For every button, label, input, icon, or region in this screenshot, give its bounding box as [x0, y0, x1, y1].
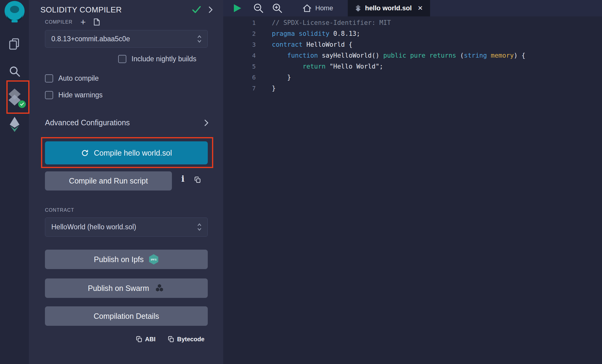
- run-script-icon[interactable]: [232, 3, 242, 13]
- code-line[interactable]: 1// SPDX-License-Identifier: MIT: [223, 17, 602, 28]
- open-compiler-file-icon[interactable]: [94, 18, 100, 26]
- files-icon: [9, 38, 20, 50]
- line-number[interactable]: 7: [223, 83, 256, 94]
- code-text: // SPDX-License-Identifier: MIT: [256, 17, 391, 28]
- search-icon[interactable]: [0, 65, 29, 77]
- chevron-right-icon: [204, 119, 209, 126]
- code-editor[interactable]: 1// SPDX-License-Identifier: MIT2pragma …: [223, 16, 602, 94]
- checkbox-label: Hide warnings: [58, 91, 103, 99]
- info-icon[interactable]: i: [181, 174, 184, 184]
- solidity-compiler-icon[interactable]: [0, 88, 29, 106]
- publish-ipfs-label: Publish on Ipfs: [94, 255, 144, 264]
- line-number[interactable]: 1: [223, 17, 256, 28]
- ethereum-icon: [9, 116, 21, 132]
- copy-script-icon[interactable]: [194, 176, 201, 183]
- bytecode-label: Bytecode: [177, 336, 204, 343]
- compile-button-label: Compile hello world.sol: [94, 149, 172, 157]
- file-explorer-icon[interactable]: [0, 38, 29, 50]
- swarm-icon: [154, 284, 165, 293]
- code-text: pragma solidity 0.8.13;: [256, 28, 360, 39]
- select-arrows-icon: [197, 223, 202, 231]
- remix-ide: SOLIDITY COMPILER COMPILER + 0.8.13+comm…: [0, 0, 602, 364]
- publish-ipfs-button[interactable]: Publish on Ipfs IPFS: [45, 250, 208, 269]
- solidity-file-icon: [355, 5, 361, 12]
- code-text: contract HelloWorld {: [256, 39, 353, 50]
- tab-label: Home: [315, 4, 333, 12]
- solidity-compiler-panel: SOLIDITY COMPILER COMPILER + 0.8.13+comm…: [29, 0, 223, 364]
- panel-collapse-chevron-icon[interactable]: [208, 6, 213, 13]
- icon-sidebar: [0, 0, 29, 364]
- code-line[interactable]: 4 function sayHelloWorld() public pure r…: [223, 50, 602, 61]
- abi-label: ABI: [145, 336, 156, 343]
- copy-bytecode-button[interactable]: Bytecode: [168, 336, 204, 343]
- code-text: return "Hello World";: [256, 61, 383, 72]
- tab-home[interactable]: Home: [295, 0, 341, 16]
- copy-abi-button[interactable]: ABI: [136, 336, 156, 343]
- add-custom-compiler-icon[interactable]: +: [80, 19, 86, 25]
- compiler-section-header: COMPILER +: [45, 18, 100, 26]
- contract-section-label: CONTRACT: [45, 207, 74, 213]
- copy-icon: [136, 336, 142, 342]
- close-tab-icon[interactable]: ✕: [418, 5, 423, 12]
- remix-logo-icon: [3, 1, 26, 23]
- code-line[interactable]: 3contract HelloWorld {: [223, 39, 602, 50]
- compiler-section-label: COMPILER: [45, 19, 73, 25]
- checkbox-label: Include nightly builds: [132, 55, 197, 63]
- contract-select[interactable]: HelloWorld (hello world.sol): [45, 217, 208, 237]
- home-icon: [303, 4, 311, 12]
- hide-warnings-checkbox[interactable]: Hide warnings: [45, 91, 103, 99]
- refresh-icon: [81, 149, 89, 157]
- publish-swarm-label: Publish on Swarm: [88, 284, 149, 293]
- compilation-details-label: Compilation Details: [94, 312, 159, 321]
- ipfs-icon: IPFS: [149, 254, 159, 265]
- line-number[interactable]: 3: [223, 39, 256, 50]
- code-line[interactable]: 2pragma solidity 0.8.13;: [223, 28, 602, 39]
- code-line[interactable]: 7}: [223, 83, 602, 94]
- contract-select-value: HelloWorld (hello world.sol): [51, 223, 136, 231]
- copy-icon: [168, 336, 174, 342]
- line-number[interactable]: 5: [223, 61, 256, 72]
- code-lines: 1// SPDX-License-Identifier: MIT2pragma …: [223, 17, 602, 94]
- abi-bytecode-row: ABI Bytecode: [29, 333, 223, 345]
- code-text: function sayHelloWorld() public pure ret…: [256, 50, 525, 61]
- code-text: }: [256, 72, 291, 83]
- panel-header: SOLIDITY COMPILER: [40, 3, 213, 16]
- zoom-in-icon[interactable]: [272, 3, 283, 14]
- select-arrows-icon: [197, 35, 202, 43]
- line-number[interactable]: 6: [223, 72, 256, 83]
- solidity-logo-wrap: [6, 88, 23, 106]
- advanced-configurations-toggle[interactable]: Advanced Configurations: [45, 118, 209, 127]
- magnifier-icon: [9, 65, 21, 77]
- compiler-version-value: 0.8.13+commit.abaa5c0e: [51, 35, 130, 43]
- checkbox-unchecked[interactable]: [45, 74, 53, 83]
- code-line[interactable]: 5 return "Hello World";: [223, 61, 602, 72]
- compile-success-check-icon: [192, 6, 201, 14]
- compiler-version-select[interactable]: 0.8.13+commit.abaa5c0e: [45, 30, 208, 48]
- advanced-configurations-label: Advanced Configurations: [45, 118, 130, 127]
- panel-title: SOLIDITY COMPILER: [40, 5, 122, 15]
- compile-success-badge: [18, 100, 26, 108]
- line-number[interactable]: 2: [223, 28, 256, 39]
- deploy-run-icon[interactable]: [0, 116, 29, 132]
- compile-and-run-label: Compile and Run script: [69, 177, 148, 185]
- code-line[interactable]: 6 }: [223, 72, 602, 83]
- checkbox-unchecked[interactable]: [118, 55, 126, 63]
- auto-compile-checkbox[interactable]: Auto compile: [45, 74, 99, 83]
- include-nightly-builds-checkbox[interactable]: Include nightly builds: [118, 55, 197, 63]
- code-text: }: [256, 83, 276, 94]
- checkbox-unchecked[interactable]: [45, 91, 53, 99]
- publish-swarm-button[interactable]: Publish on Swarm: [45, 278, 208, 298]
- editor-area: Home hello world.sol ✕ 1// SPDX-License-…: [223, 0, 602, 364]
- checkbox-label: Auto compile: [58, 74, 99, 83]
- line-number[interactable]: 4: [223, 50, 256, 61]
- tab-label: hello world.sol: [365, 4, 412, 12]
- tab-hello-world-sol[interactable]: hello world.sol ✕: [348, 0, 430, 16]
- compile-and-run-button[interactable]: Compile and Run script: [45, 171, 172, 190]
- compilation-details-button[interactable]: Compilation Details: [45, 306, 208, 326]
- compile-button[interactable]: Compile hello world.sol: [45, 141, 208, 164]
- svg-text:IPFS: IPFS: [151, 258, 157, 261]
- remix-logo[interactable]: [0, 1, 29, 23]
- zoom-out-icon[interactable]: [253, 3, 264, 14]
- editor-topbar: Home hello world.sol ✕: [223, 0, 602, 16]
